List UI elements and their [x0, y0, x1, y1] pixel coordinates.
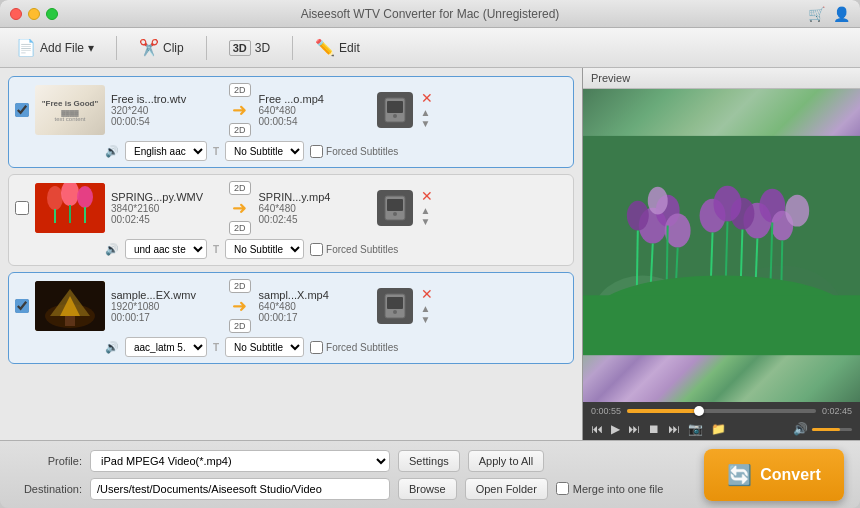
progress-bar-area: 0:00:55 0:02:45 [591, 406, 852, 416]
forced-subs-checkbox-1[interactable] [310, 145, 323, 158]
svg-line-31 [667, 226, 668, 286]
arrow-container-2: 2D ➜ 2D [229, 181, 251, 235]
cart-icon[interactable]: 🛒 [808, 6, 825, 22]
convert-button[interactable]: 🔄 Convert [704, 449, 844, 501]
input-badge-2d-2: 2D [229, 181, 251, 195]
progress-thumb[interactable] [694, 406, 704, 416]
svg-point-38 [785, 195, 809, 227]
browse-button[interactable]: Browse [398, 478, 457, 500]
updown-1[interactable]: ▲ ▼ [421, 107, 433, 129]
up-icon-1[interactable]: ▲ [421, 107, 433, 118]
time-total: 0:02:45 [822, 406, 852, 416]
file-info-1: Free is...tro.wtv 320*240 00:00:54 2D ➜ … [111, 83, 567, 137]
output-resolution-3: 640*480 [259, 301, 369, 312]
destination-input[interactable] [90, 478, 390, 500]
maximize-button[interactable] [46, 8, 58, 20]
up-icon-3[interactable]: ▲ [421, 303, 433, 314]
preview-image [583, 89, 860, 402]
file-info-2: SPRING...py.WMV 3840*2160 00:02:45 2D ➜ … [111, 181, 567, 235]
file-item-top-1: "Free is Good" ▓▓▓▓ text content Free is… [15, 83, 567, 137]
subtitle-select-1[interactable]: No Subtitle [225, 141, 304, 161]
down-icon-2[interactable]: ▼ [421, 216, 433, 227]
3d-label: 3D [255, 41, 270, 55]
audio-icon-1: 🔊 [105, 145, 119, 158]
user-icon[interactable]: 👤 [833, 6, 850, 22]
output-resolution-2: 640*480 [259, 203, 369, 214]
subtitle-icon-1: T [213, 146, 219, 157]
down-icon-1[interactable]: ▼ [421, 118, 433, 129]
subtitle-select-2[interactable]: No Subtitle [225, 239, 304, 259]
audio-select-3[interactable]: aac_latm 5. [125, 337, 207, 357]
updown-2[interactable]: ▲ ▼ [421, 205, 433, 227]
subtitle-select-3[interactable]: No Subtitle [225, 337, 304, 357]
remove-file-1[interactable]: ✕ [421, 91, 433, 105]
item-controls-1: ✕ ▲ ▼ [421, 91, 433, 129]
up-icon-2[interactable]: ▲ [421, 205, 433, 216]
volume-track[interactable] [812, 428, 852, 431]
apply-all-button[interactable]: Apply to All [468, 450, 544, 472]
file-item-bottom-1: 🔊 English aac T No Subtitle Forced Subti… [15, 141, 567, 161]
screenshot-button[interactable]: 📷 [688, 422, 703, 436]
updown-3[interactable]: ▲ ▼ [421, 303, 433, 325]
audio-select-2[interactable]: und aac ste [125, 239, 207, 259]
progress-track[interactable] [627, 409, 816, 413]
file-checkbox-3[interactable] [15, 299, 29, 313]
bottom-bar: Profile: iPad MPEG4 Video(*.mp4) Setting… [0, 440, 860, 508]
file-item-top-3: sample...EX.wmv 1920*1080 00:00:17 2D ➜ … [15, 279, 567, 333]
forced-subs-checkbox-2[interactable] [310, 243, 323, 256]
folder-button[interactable]: 📁 [711, 422, 726, 436]
down-icon-3[interactable]: ▼ [421, 314, 433, 325]
add-file-dropdown-icon[interactable]: ▾ [88, 41, 94, 55]
add-file-button[interactable]: 📄 Add File ▾ [10, 34, 100, 61]
3d-button[interactable]: 3D 3D [223, 36, 276, 60]
remove-file-3[interactable]: ✕ [421, 287, 433, 301]
output-filename-2: SPRIN...y.mp4 [259, 191, 369, 203]
stop-button[interactable]: ⏹ [648, 422, 660, 436]
output-details-1: Free ...o.mp4 640*480 00:00:54 [259, 93, 369, 127]
merge-checkbox[interactable] [556, 482, 569, 495]
window-title: Aiseesoft WTV Converter for Mac (Unregis… [301, 7, 560, 21]
close-button[interactable] [10, 8, 22, 20]
skip-back-button[interactable]: ⏮ [591, 422, 603, 436]
forced-subs-checkbox-3[interactable] [310, 341, 323, 354]
svg-point-12 [393, 212, 397, 216]
edit-label: Edit [339, 41, 360, 55]
end-button[interactable]: ⏭ [668, 422, 680, 436]
forced-subs-label-3: Forced Subtitles [326, 342, 398, 353]
svg-rect-7 [54, 209, 56, 223]
edit-button[interactable]: ✏️ Edit [309, 34, 366, 61]
svg-rect-11 [387, 199, 403, 211]
convert-area: 🔄 Convert [700, 449, 848, 501]
play-button[interactable]: ▶ [611, 422, 620, 436]
profile-label: Profile: [12, 455, 82, 467]
input-filename-2: SPRING...py.WMV [111, 191, 221, 203]
destination-row: Destination: Browse Open Folder Merge in… [12, 478, 690, 500]
output-duration-1: 00:00:54 [259, 116, 369, 127]
audio-icon-2: 🔊 [105, 243, 119, 256]
volume-fill [812, 428, 840, 431]
clip-label: Clip [163, 41, 184, 55]
profile-select[interactable]: iPad MPEG4 Video(*.mp4) [90, 450, 390, 472]
volume-icon[interactable]: 🔊 [793, 422, 808, 436]
toolbar-separator-3 [292, 36, 293, 60]
forced-subs-label-2: Forced Subtitles [326, 244, 398, 255]
audio-select-1[interactable]: English aac [125, 141, 207, 161]
file-checkbox-2[interactable] [15, 201, 29, 215]
clip-button[interactable]: ✂️ Clip [133, 34, 190, 61]
remove-file-2[interactable]: ✕ [421, 189, 433, 203]
file-checkbox-1[interactable] [15, 103, 29, 117]
convert-arrow-3: ➜ [232, 295, 247, 317]
settings-button[interactable]: Settings [398, 450, 460, 472]
open-folder-button[interactable]: Open Folder [465, 478, 548, 500]
svg-point-29 [648, 187, 668, 215]
file-item-bottom-2: 🔊 und aac ste T No Subtitle Forced Subti… [15, 239, 567, 259]
input-duration-3: 00:00:17 [111, 312, 221, 323]
toolbar: 📄 Add File ▾ ✂️ Clip 3D 3D ✏️ Edit [0, 28, 860, 68]
svg-point-4 [47, 186, 63, 210]
forced-subs-1: Forced Subtitles [310, 145, 398, 158]
minimize-button[interactable] [28, 8, 40, 20]
device-thumb-1 [377, 92, 413, 128]
time-current: 0:00:55 [591, 406, 621, 416]
profile-row: Profile: iPad MPEG4 Video(*.mp4) Setting… [12, 450, 690, 472]
skip-forward-button[interactable]: ⏭ [628, 422, 640, 436]
